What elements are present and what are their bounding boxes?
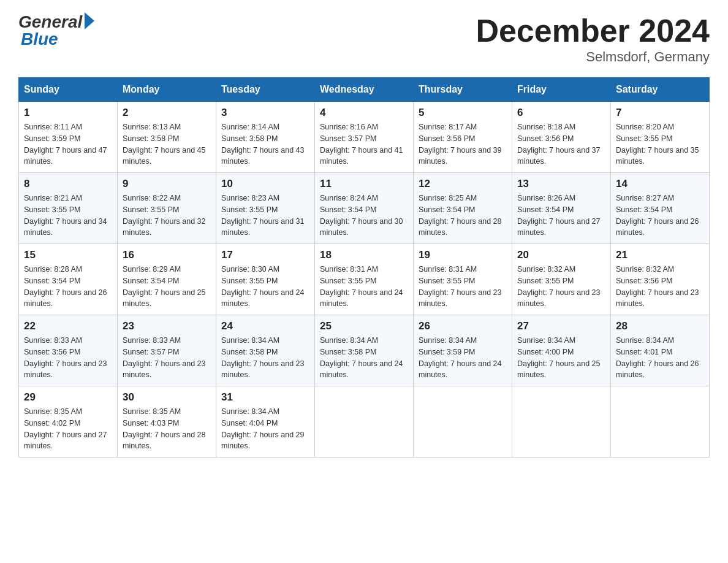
day-number: 12 xyxy=(419,178,507,190)
calendar-day-cell: 31 Sunrise: 8:34 AMSunset: 4:04 PMDaylig… xyxy=(216,386,315,458)
day-number: 16 xyxy=(123,249,211,261)
calendar-day-cell: 24 Sunrise: 8:34 AMSunset: 3:58 PMDaylig… xyxy=(216,315,315,386)
day-info: Sunrise: 8:22 AMSunset: 3:55 PMDaylight:… xyxy=(123,193,211,239)
calendar-day-cell: 1 Sunrise: 8:11 AMSunset: 3:59 PMDayligh… xyxy=(19,102,118,173)
day-info: Sunrise: 8:25 AMSunset: 3:54 PMDaylight:… xyxy=(419,193,507,239)
calendar-day-cell: 8 Sunrise: 8:21 AMSunset: 3:55 PMDayligh… xyxy=(19,173,118,244)
day-number: 17 xyxy=(221,249,309,261)
day-number: 20 xyxy=(517,249,605,261)
day-info: Sunrise: 8:31 AMSunset: 3:55 PMDaylight:… xyxy=(419,264,507,310)
calendar-day-cell: 15 Sunrise: 8:28 AMSunset: 3:54 PMDaylig… xyxy=(19,244,118,315)
empty-cell xyxy=(315,386,414,458)
weekday-header-sunday: Sunday xyxy=(19,78,118,102)
day-number: 2 xyxy=(123,107,211,119)
calendar-day-cell: 9 Sunrise: 8:22 AMSunset: 3:55 PMDayligh… xyxy=(118,173,216,244)
day-info: Sunrise: 8:20 AMSunset: 3:55 PMDaylight:… xyxy=(616,121,704,167)
day-info: Sunrise: 8:33 AMSunset: 3:56 PMDaylight:… xyxy=(24,335,112,381)
title-block: December 2024 Selmsdorf, Germany xyxy=(476,12,710,65)
calendar-day-cell: 20 Sunrise: 8:32 AMSunset: 3:55 PMDaylig… xyxy=(512,244,611,315)
day-number: 31 xyxy=(221,391,309,404)
day-number: 30 xyxy=(123,391,211,404)
day-info: Sunrise: 8:14 AMSunset: 3:58 PMDaylight:… xyxy=(221,121,309,167)
day-info: Sunrise: 8:29 AMSunset: 3:54 PMDaylight:… xyxy=(123,264,211,310)
calendar-week-row: 22 Sunrise: 8:33 AMSunset: 3:56 PMDaylig… xyxy=(19,315,710,386)
day-number: 26 xyxy=(419,320,507,332)
day-info: Sunrise: 8:34 AMSunset: 3:59 PMDaylight:… xyxy=(419,335,507,381)
logo-arrow-icon xyxy=(85,12,94,29)
day-number: 28 xyxy=(616,320,704,332)
day-info: Sunrise: 8:21 AMSunset: 3:55 PMDaylight:… xyxy=(24,193,112,239)
weekday-header-saturday: Saturday xyxy=(611,78,710,102)
calendar-day-cell: 25 Sunrise: 8:34 AMSunset: 3:58 PMDaylig… xyxy=(315,315,414,386)
logo: General Blue xyxy=(18,12,94,49)
day-number: 15 xyxy=(24,249,112,261)
day-info: Sunrise: 8:35 AMSunset: 4:03 PMDaylight:… xyxy=(123,406,211,452)
day-number: 23 xyxy=(123,320,211,332)
calendar-day-cell: 29 Sunrise: 8:35 AMSunset: 4:02 PMDaylig… xyxy=(19,386,118,458)
calendar-table: SundayMondayTuesdayWednesdayThursdayFrid… xyxy=(18,77,710,458)
day-number: 18 xyxy=(320,249,408,261)
empty-cell xyxy=(414,386,512,458)
empty-cell xyxy=(611,386,710,458)
day-info: Sunrise: 8:30 AMSunset: 3:55 PMDaylight:… xyxy=(221,264,309,310)
empty-cell xyxy=(512,386,611,458)
calendar-day-cell: 12 Sunrise: 8:25 AMSunset: 3:54 PMDaylig… xyxy=(414,173,512,244)
calendar-day-cell: 11 Sunrise: 8:24 AMSunset: 3:54 PMDaylig… xyxy=(315,173,414,244)
day-number: 24 xyxy=(221,320,309,332)
day-info: Sunrise: 8:34 AMSunset: 4:01 PMDaylight:… xyxy=(616,335,704,381)
calendar-week-row: 15 Sunrise: 8:28 AMSunset: 3:54 PMDaylig… xyxy=(19,244,710,315)
calendar-day-cell: 23 Sunrise: 8:33 AMSunset: 3:57 PMDaylig… xyxy=(118,315,216,386)
calendar-day-cell: 18 Sunrise: 8:31 AMSunset: 3:55 PMDaylig… xyxy=(315,244,414,315)
weekday-header-tuesday: Tuesday xyxy=(216,78,315,102)
calendar-day-cell: 14 Sunrise: 8:27 AMSunset: 3:54 PMDaylig… xyxy=(611,173,710,244)
calendar-day-cell: 10 Sunrise: 8:23 AMSunset: 3:55 PMDaylig… xyxy=(216,173,315,244)
page-header: General Blue December 2024 Selmsdorf, Ge… xyxy=(18,12,710,65)
weekday-header-wednesday: Wednesday xyxy=(315,78,414,102)
calendar-day-cell: 2 Sunrise: 8:13 AMSunset: 3:58 PMDayligh… xyxy=(118,102,216,173)
day-info: Sunrise: 8:33 AMSunset: 3:57 PMDaylight:… xyxy=(123,335,211,381)
calendar-week-row: 29 Sunrise: 8:35 AMSunset: 4:02 PMDaylig… xyxy=(19,386,710,458)
calendar-day-cell: 26 Sunrise: 8:34 AMSunset: 3:59 PMDaylig… xyxy=(414,315,512,386)
day-info: Sunrise: 8:16 AMSunset: 3:57 PMDaylight:… xyxy=(320,121,408,167)
day-info: Sunrise: 8:24 AMSunset: 3:54 PMDaylight:… xyxy=(320,193,408,239)
day-info: Sunrise: 8:27 AMSunset: 3:54 PMDaylight:… xyxy=(616,193,704,239)
day-info: Sunrise: 8:34 AMSunset: 3:58 PMDaylight:… xyxy=(221,335,309,381)
day-info: Sunrise: 8:13 AMSunset: 3:58 PMDaylight:… xyxy=(123,121,211,167)
day-number: 11 xyxy=(320,178,408,190)
calendar-day-cell: 3 Sunrise: 8:14 AMSunset: 3:58 PMDayligh… xyxy=(216,102,315,173)
calendar-day-cell: 28 Sunrise: 8:34 AMSunset: 4:01 PMDaylig… xyxy=(611,315,710,386)
day-number: 1 xyxy=(24,107,112,119)
calendar-day-cell: 19 Sunrise: 8:31 AMSunset: 3:55 PMDaylig… xyxy=(414,244,512,315)
logo-blue-text: Blue xyxy=(18,29,58,49)
day-info: Sunrise: 8:35 AMSunset: 4:02 PMDaylight:… xyxy=(24,406,112,452)
day-number: 27 xyxy=(517,320,605,332)
day-number: 13 xyxy=(517,178,605,190)
calendar-day-cell: 6 Sunrise: 8:18 AMSunset: 3:56 PMDayligh… xyxy=(512,102,611,173)
calendar-day-cell: 22 Sunrise: 8:33 AMSunset: 3:56 PMDaylig… xyxy=(19,315,118,386)
day-number: 3 xyxy=(221,107,309,119)
calendar-day-cell: 16 Sunrise: 8:29 AMSunset: 3:54 PMDaylig… xyxy=(118,244,216,315)
day-info: Sunrise: 8:28 AMSunset: 3:54 PMDaylight:… xyxy=(24,264,112,310)
location-title: Selmsdorf, Germany xyxy=(476,49,710,65)
day-info: Sunrise: 8:11 AMSunset: 3:59 PMDaylight:… xyxy=(24,121,112,167)
day-number: 5 xyxy=(419,107,507,119)
weekday-header-monday: Monday xyxy=(118,78,216,102)
day-info: Sunrise: 8:32 AMSunset: 3:55 PMDaylight:… xyxy=(517,264,605,310)
weekday-header-row: SundayMondayTuesdayWednesdayThursdayFrid… xyxy=(19,78,710,102)
weekday-header-friday: Friday xyxy=(512,78,611,102)
calendar-day-cell: 13 Sunrise: 8:26 AMSunset: 3:54 PMDaylig… xyxy=(512,173,611,244)
calendar-week-row: 8 Sunrise: 8:21 AMSunset: 3:55 PMDayligh… xyxy=(19,173,710,244)
day-number: 22 xyxy=(24,320,112,332)
day-number: 10 xyxy=(221,178,309,190)
day-info: Sunrise: 8:17 AMSunset: 3:56 PMDaylight:… xyxy=(419,121,507,167)
day-number: 8 xyxy=(24,178,112,190)
day-info: Sunrise: 8:34 AMSunset: 4:00 PMDaylight:… xyxy=(517,335,605,381)
day-number: 21 xyxy=(616,249,704,261)
day-number: 4 xyxy=(320,107,408,119)
day-info: Sunrise: 8:26 AMSunset: 3:54 PMDaylight:… xyxy=(517,193,605,239)
day-info: Sunrise: 8:18 AMSunset: 3:56 PMDaylight:… xyxy=(517,121,605,167)
calendar-week-row: 1 Sunrise: 8:11 AMSunset: 3:59 PMDayligh… xyxy=(19,102,710,173)
day-info: Sunrise: 8:23 AMSunset: 3:55 PMDaylight:… xyxy=(221,193,309,239)
calendar-day-cell: 4 Sunrise: 8:16 AMSunset: 3:57 PMDayligh… xyxy=(315,102,414,173)
day-info: Sunrise: 8:34 AMSunset: 3:58 PMDaylight:… xyxy=(320,335,408,381)
